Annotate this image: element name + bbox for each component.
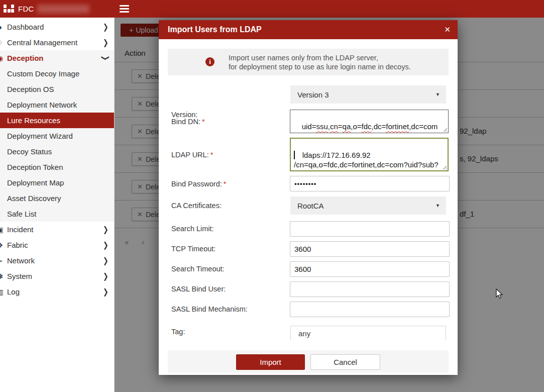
sidebar-item-label: Log <box>7 287 20 296</box>
sidebar-item-label: Decoy Status <box>7 147 52 156</box>
ca-certificates-select-value: RootCA <box>297 202 324 210</box>
gauge-icon: ◕ <box>0 23 5 31</box>
version-select-value: Version 3 <box>297 90 329 99</box>
brand-label: FDC <box>18 5 34 13</box>
tag-select-value: any <box>298 329 310 338</box>
sidebar-item-label: Safe List <box>7 210 36 218</box>
bind-password-label: Bind Password:* <box>171 180 226 188</box>
sidebar-item-deployment-network[interactable]: Deployment Network <box>0 97 114 113</box>
sasl-bind-mechanism-label: SASL Bind Mechanism: <box>171 305 248 313</box>
log-icon: ▥ <box>0 288 5 296</box>
sidebar-item-label: Deployment Map <box>7 178 64 187</box>
tcp-timeout-label: TCP Timeout: <box>171 245 215 253</box>
bind-dn-label: Bind DN:* <box>171 118 205 126</box>
cancel-button[interactable]: Cancel <box>310 354 380 370</box>
sidebar-item-label: Network <box>7 256 35 265</box>
redacted-hostname <box>37 5 89 14</box>
resize-handle[interactable] <box>442 127 447 132</box>
import-users-from-ldap-modal: Import Users from LDAP ✕ i Import user n… <box>159 20 458 375</box>
sidebar-item-asset-discovery[interactable]: Asset Discovery <box>0 190 114 206</box>
sidebar-item-label: Deception OS <box>7 85 54 93</box>
sidebar-item-label: Deployment Wizard <box>7 132 73 140</box>
system-icon: ✽ <box>0 272 5 280</box>
sidebar-item-label: Incident <box>7 225 34 234</box>
dropdown-arrow-icon: ▼ <box>436 92 440 97</box>
fortinet-logo-icon <box>4 5 14 13</box>
bind-dn-textarea[interactable]: uid=ssu,cn=qa,o=fdc,dc=fortinet,dc=com <box>290 110 449 133</box>
info-icon: i <box>205 57 214 66</box>
resize-handle[interactable] <box>442 164 447 169</box>
sidebar-item-fabric[interactable]: ❖ Fabric ❯ <box>0 237 114 253</box>
chevron-down-icon: ❯ <box>101 55 111 61</box>
mouse-cursor <box>494 288 505 300</box>
password-dots: •••••••• <box>294 180 316 187</box>
sidebar-item-label: Central Management <box>7 38 77 47</box>
chevron-right-icon: ❯ <box>103 256 108 265</box>
info-message-box: i Import user names only from the LDAP s… <box>168 49 449 75</box>
sidebar-item-deception-token[interactable]: Deception Token <box>0 159 114 175</box>
tcp-timeout-input[interactable] <box>290 241 450 257</box>
bind-password-input[interactable]: •••••••• <box>290 176 450 191</box>
sidebar-item-deception-os[interactable]: Deception OS <box>0 81 114 97</box>
import-button[interactable]: Import <box>236 354 305 370</box>
sidebar-item-label: Deception <box>7 54 44 62</box>
sidebar-item-label: Dashboard <box>7 23 44 31</box>
chevron-right-icon: ❯ <box>103 272 108 281</box>
sidebar-item-custom-decoy-image[interactable]: Custom Decoy Image <box>0 66 114 81</box>
modal-header: Import Users from LDAP ✕ <box>159 20 458 39</box>
hamburger-menu-icon[interactable] <box>120 5 129 13</box>
sidebar-item-log[interactable]: ▥ Log ❯ <box>0 284 114 300</box>
sidebar-item-label: Deception Token <box>7 163 63 171</box>
sidebar-item-dashboard[interactable]: ◕ Dashboard ❯ <box>0 19 114 35</box>
sidebar-nav: ◕ Dashboard ❯ ⁘ Central Management ❯ ◉ D… <box>0 18 115 392</box>
target-icon: ◉ <box>0 54 5 62</box>
deception-group: ◉ Deception ❯ Custom Decoy Image Decepti… <box>0 50 114 222</box>
sidebar-item-label: Asset Discovery <box>7 194 61 203</box>
top-bar: FDC <box>0 0 544 18</box>
ldap-url-label: LDAP URL:* <box>171 151 213 159</box>
fabric-icon: ❖ <box>0 241 5 249</box>
sidebar-item-label: Deployment Network <box>7 101 77 109</box>
sidebar-item-system[interactable]: ✽ System ❯ <box>0 268 114 284</box>
sidebar-item-lure-resources[interactable]: Lure Resources <box>0 113 114 128</box>
modal-footer: Import Cancel <box>168 350 449 373</box>
sidebar-item-safe-list[interactable]: Safe List <box>0 206 114 222</box>
cluster-icon: ⁘ <box>0 39 5 47</box>
chevron-right-icon: ❯ <box>103 23 108 32</box>
search-limit-input[interactable] <box>290 221 450 237</box>
sidebar-item-deployment-wizard[interactable]: Deployment Wizard <box>0 128 114 144</box>
text-caret <box>294 151 295 159</box>
modal-title: Import Users from LDAP <box>168 25 262 34</box>
search-limit-label: Search Limit: <box>171 225 214 233</box>
sidebar-item-label: System <box>7 272 32 280</box>
chevron-right-icon: ❯ <box>103 287 108 297</box>
chevron-right-icon: ❯ <box>103 225 108 234</box>
sasl-bind-mechanism-input[interactable] <box>290 302 450 317</box>
sidebar-item-central-management[interactable]: ⁘ Central Management ❯ <box>0 35 114 50</box>
sidebar-item-deployment-map[interactable]: Deployment Map <box>0 175 114 190</box>
network-icon: ➢ <box>0 257 5 265</box>
sasl-bind-user-input[interactable] <box>290 281 450 297</box>
sidebar-item-deception[interactable]: ◉ Deception ❯ <box>0 50 114 66</box>
ldap-url-textarea[interactable]: ldaps://172.16.69.92 /cn=qa,o=fdc,dc=for… <box>290 138 449 171</box>
version-select[interactable]: Version 3 ▼ <box>290 85 446 104</box>
chevron-right-icon: ❯ <box>103 241 108 250</box>
sidebar-item-network[interactable]: ➢ Network ❯ <box>0 253 114 268</box>
sidebar-item-incident[interactable]: ▣ Incident ❯ <box>0 222 114 237</box>
sidebar-item-label: Custom Decoy Image <box>7 69 79 78</box>
sidebar-item-label: Fabric <box>7 241 28 249</box>
search-timeout-label: Search Timeout: <box>171 265 225 273</box>
tag-label: Tag: <box>171 328 185 336</box>
search-timeout-input[interactable] <box>290 261 450 277</box>
incident-icon: ▣ <box>0 226 5 234</box>
ca-certificates-label: CA Certificates: <box>171 202 222 210</box>
dropdown-arrow-icon: ▼ <box>436 203 440 208</box>
ca-certificates-select[interactable]: RootCA ▼ <box>290 197 446 215</box>
sasl-bind-user-label: SASL Bind User: <box>171 285 226 293</box>
info-message-text: Import user names only from the LDAP ser… <box>229 53 411 71</box>
sidebar-item-decoy-status[interactable]: Decoy Status <box>0 144 114 159</box>
sidebar-item-label: Lure Resources <box>7 116 60 125</box>
chevron-right-icon: ❯ <box>103 38 108 47</box>
tag-select[interactable]: any <box>290 326 446 340</box>
close-icon[interactable]: ✕ <box>444 20 451 39</box>
